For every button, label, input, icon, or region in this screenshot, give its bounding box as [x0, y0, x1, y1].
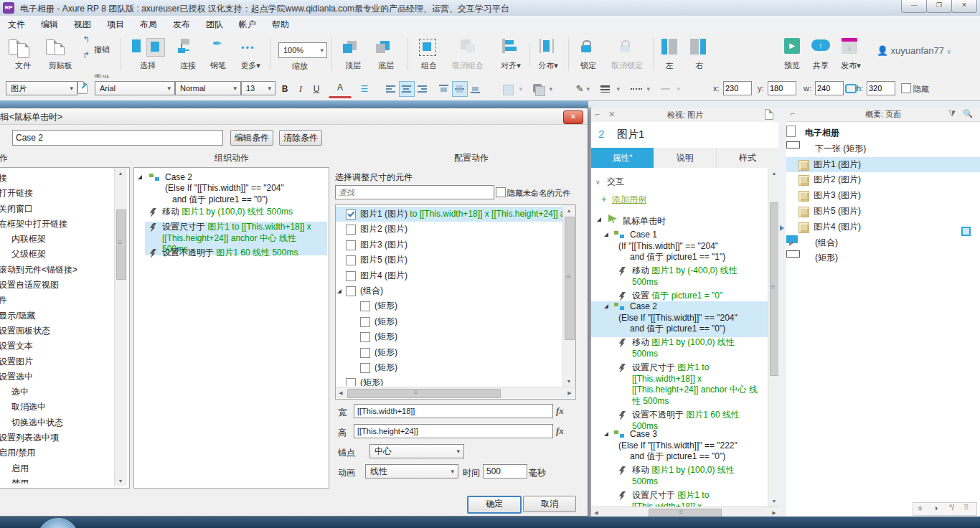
italic-button[interactable]: I	[293, 81, 308, 97]
widget-checkbox[interactable]	[360, 301, 370, 311]
left-panel-toggle-button[interactable]: 左	[657, 37, 682, 74]
action-list-item[interactable]: 内联框架	[0, 232, 113, 247]
height-input[interactable]	[354, 424, 553, 438]
case-name-input[interactable]	[12, 130, 223, 146]
widget-list-item[interactable]: (矩形)	[336, 345, 562, 360]
action-list-item[interactable]: 切换选中状态	[0, 415, 113, 430]
widget-list-item[interactable]: (矩形)	[336, 360, 562, 375]
notes-page-icon[interactable]	[765, 109, 773, 121]
hide-checkbox[interactable]	[901, 83, 911, 93]
interaction-case case-block[interactable]: Case 3(Else If "[[This.width]]" == "222"…	[604, 429, 766, 506]
case-action-row[interactable]: 设置不透明于 图片1 60 线性 500ms	[145, 248, 327, 259]
widget-checkbox[interactable]	[360, 332, 370, 342]
expand-collapsed-icon[interactable]	[789, 240, 793, 246]
arrow-style-button[interactable]: ▾	[657, 81, 683, 97]
widget-list-item[interactable]: 图片3 (图片)	[336, 237, 562, 253]
width-fx-button[interactable]: fx	[556, 405, 564, 417]
action-list-item[interactable]: 设置面板状态	[0, 324, 113, 339]
action-list-item[interactable]: 设置选中	[0, 369, 113, 385]
widget-checkbox[interactable]	[346, 271, 356, 281]
font-size-select[interactable]: 13	[241, 81, 275, 95]
widget-checkbox[interactable]	[346, 225, 356, 235]
action-list-item[interactable]: 设置文本	[0, 339, 113, 354]
action-list-item[interactable]: 启用/禁用	[0, 446, 113, 461]
action-list-item[interactable]: 选中	[0, 385, 113, 400]
interaction-case case-block[interactable]: Case 2(Else If "[[This.width]]" == "204"…	[604, 301, 766, 432]
filter-icon[interactable]: ⧩	[948, 109, 956, 118]
outline-item[interactable]: 图片2 (图片)	[786, 172, 980, 187]
restore-button[interactable]: ❐	[926, 0, 952, 13]
action-list-item[interactable]: 设置列表选中项	[0, 430, 113, 446]
dialog-titlebar[interactable]: 编辑<鼠标单击时>	[0, 108, 588, 125]
bullet-list-button[interactable]: ☰	[356, 81, 373, 97]
align-button[interactable]: 对齐▾	[496, 37, 525, 74]
action-list-item[interactable]: 父级框架	[0, 247, 113, 262]
menu-帮助[interactable]: 帮助	[264, 16, 297, 34]
case-action-row[interactable]: 移动 图片1 by (100,0) 线性 500ms	[145, 207, 327, 218]
interaction-case case-block[interactable]: Case 1(If "[[This.width]]" == "204"and 值…	[604, 230, 766, 302]
action-list-item[interactable]: 设置自适应视图	[0, 278, 113, 293]
widget-list-item[interactable]: (矩形)	[336, 314, 562, 329]
align-bottom-button[interactable]	[468, 81, 484, 97]
ok-button[interactable]: 确定	[467, 496, 522, 514]
align-middle-button[interactable]	[452, 81, 468, 97]
action-list-item[interactable]: 取消选中	[0, 400, 113, 415]
more-button[interactable]: ••• 更多▾	[235, 37, 265, 74]
contrast-icon[interactable]: ◑	[933, 504, 938, 512]
h-input[interactable]	[867, 81, 895, 95]
menu-帐户[interactable]: 帐户	[231, 16, 264, 34]
case-header-row[interactable]: Case 2	[604, 301, 766, 313]
action-list-item[interactable]: 滚动到元件<锚链接>	[0, 263, 113, 278]
widget-checkbox[interactable]	[346, 378, 356, 386]
outline-item[interactable]: 图片1 (图片)	[786, 157, 980, 172]
start-button[interactable]	[37, 518, 79, 528]
distribute-button[interactable]: 分布▾	[534, 37, 562, 74]
outline-item[interactable]: (组合)	[786, 235, 980, 250]
widget-checkbox[interactable]	[346, 286, 356, 296]
widget-list-item[interactable]: (矩形)	[336, 329, 562, 344]
search-icon[interactable]: 🔍	[963, 109, 973, 118]
case-header-row[interactable]: Case 3	[604, 429, 766, 440]
width-input[interactable]	[354, 404, 553, 418]
case-header-row[interactable]: Case 1	[604, 230, 766, 241]
x-input[interactable]	[723, 81, 752, 95]
fill-color-button[interactable]: ▾	[499, 81, 525, 97]
align-center-button[interactable]	[399, 81, 415, 97]
widget-search-input[interactable]	[335, 185, 494, 199]
scale-icon[interactable]: °/	[949, 504, 954, 512]
tab-说明[interactable]: 说明	[654, 148, 717, 168]
line-color-button[interactable]: ✎▾	[567, 81, 593, 97]
action-list-item[interactable]: 禁用	[0, 476, 113, 484]
w-input[interactable]	[815, 81, 844, 95]
preview-button[interactable]: ▶ 预览	[780, 37, 804, 74]
group-button[interactable]: 组合	[415, 37, 443, 74]
split-view-icon[interactable]: ⌽	[918, 504, 923, 513]
widget-checkbox[interactable]	[346, 255, 356, 265]
action-list-scrollbar[interactable]: ▲▼ ☰	[114, 168, 127, 486]
clear-condition-button[interactable]: 清除条件	[279, 130, 322, 146]
widget-list-item[interactable]: 图片4 (图片)	[336, 268, 562, 283]
minimize-button[interactable]: —	[901, 0, 927, 13]
widget-checkbox[interactable]	[360, 363, 370, 373]
unlock-button[interactable]: 取消锁定	[607, 37, 647, 74]
align-left-button[interactable]	[383, 81, 399, 97]
action-list-item[interactable]: 启用	[0, 461, 113, 476]
align-top-button[interactable]	[436, 81, 452, 97]
line-style-button[interactable]: ▾	[627, 81, 653, 97]
widget-list-item[interactable]: (矩形)	[336, 298, 562, 314]
animation-select[interactable]: 线性	[365, 464, 458, 478]
collapse-panel-icon[interactable]	[780, 225, 784, 231]
resize-grip-icon[interactable]: ⠿	[963, 504, 969, 512]
widget-list-item[interactable]: 图片2 (图片)	[336, 222, 562, 237]
widget-list-item[interactable]: (组合)	[336, 283, 562, 298]
hide-unnamed-checkbox[interactable]	[496, 187, 506, 197]
share-button[interactable]: ↑ 共享	[809, 37, 833, 74]
outline-item[interactable]: (矩形)	[786, 250, 980, 265]
zoom-combobox[interactable]: 100%	[278, 42, 327, 58]
widget-name-input[interactable]: 图片1	[617, 128, 644, 141]
align-right-button[interactable]	[415, 81, 430, 97]
outline-item[interactable]: 电子相册	[786, 126, 980, 141]
action-list-item[interactable]: 显示/隐藏	[0, 308, 113, 324]
case-action-row[interactable]: 设置尺寸于 图片1 to [[This.width+18]] x	[618, 490, 766, 506]
font-color-button[interactable]: A	[329, 81, 352, 98]
